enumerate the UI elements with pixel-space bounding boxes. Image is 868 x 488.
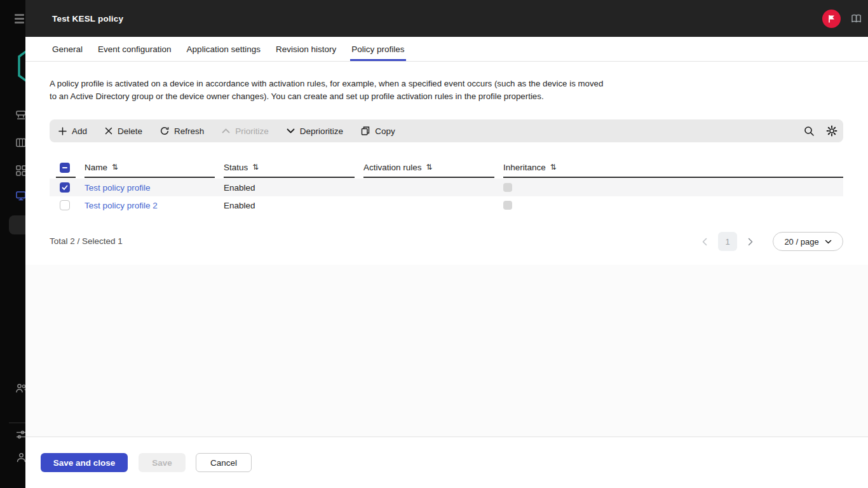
column-header-inheritance[interactable]: Inheritance⇅ — [503, 158, 843, 178]
select-all-cell — [56, 158, 76, 178]
inheritance-checkbox-disabled — [503, 201, 512, 210]
copy-icon — [361, 126, 370, 135]
policy-dialog-content: General Event configuration Application … — [25, 37, 868, 488]
inheritance-checkbox-disabled — [503, 183, 512, 192]
tab-application-settings[interactable]: Application settings — [186, 37, 262, 61]
console-settings-icon[interactable] — [16, 430, 25, 440]
tab-bar: General Event configuration Application … — [25, 37, 868, 62]
devices-monitor-icon[interactable] — [16, 191, 25, 201]
cancel-button[interactable]: Cancel — [196, 453, 252, 472]
chevron-down-icon — [825, 240, 832, 244]
chevron-down-icon — [287, 128, 295, 133]
profile-status: Enabled — [224, 179, 255, 196]
save-button[interactable]: Save — [139, 453, 186, 472]
column-header-name[interactable]: Name⇅ — [85, 158, 215, 178]
assets-icon[interactable] — [16, 110, 25, 121]
tab-event-configuration[interactable]: Event configuration — [97, 37, 173, 61]
sort-icon: ⇅ — [550, 163, 557, 172]
help-book-icon[interactable] — [851, 0, 862, 37]
page-number[interactable]: 1 — [718, 232, 737, 251]
content-gray-zone — [25, 265, 868, 437]
policy-profiles-description: A policy profile is activated on a devic… — [50, 78, 611, 103]
account-icon[interactable] — [16, 452, 25, 463]
dialog-action-bar: Save and close Save Cancel — [25, 437, 868, 488]
apps-grid-icon[interactable] — [16, 165, 25, 176]
page-size-dropdown[interactable]: 20 / page — [773, 232, 843, 251]
gear-icon[interactable] — [826, 119, 837, 142]
app-root: Test KESL policy General — [0, 0, 868, 488]
profile-name-link[interactable]: Test policy profile 2 — [85, 196, 158, 214]
window-title: Test KESL policy — [52, 0, 123, 37]
check-icon — [62, 185, 68, 191]
rail-active-item[interactable] — [9, 215, 25, 234]
window-titlebar: Test KESL policy — [25, 0, 868, 37]
chevron-up-icon — [222, 128, 230, 133]
search-icon[interactable] — [804, 119, 815, 142]
delete-button[interactable]: Delete — [96, 119, 151, 142]
row-checkbox-unchecked[interactable] — [60, 200, 70, 210]
plus-icon — [58, 127, 67, 135]
refresh-icon — [160, 126, 169, 135]
profile-status: Enabled — [224, 196, 255, 214]
rail-divider — [9, 423, 25, 423]
kaspersky-logo-icon — [17, 46, 25, 86]
table-row: Test policy profile 2 Enabled — [50, 196, 843, 214]
sort-icon: ⇅ — [426, 163, 433, 172]
row-checkbox-checked[interactable] — [60, 182, 70, 193]
table-header: Name⇅ Status⇅ Activation rules⇅ Inherita… — [25, 158, 868, 178]
table-row: Test policy profile Enabled — [50, 179, 843, 196]
save-and-close-button[interactable]: Save and close — [41, 453, 128, 472]
copy-button[interactable]: Copy — [352, 119, 404, 142]
add-button[interactable]: Add — [50, 119, 96, 142]
sort-icon: ⇅ — [252, 163, 259, 172]
refresh-button[interactable]: Refresh — [151, 119, 213, 142]
table-toolbar: Add Delete Refresh Prioritize Deprioriti… — [50, 119, 843, 142]
x-icon — [105, 127, 112, 135]
column-header-activation-rules[interactable]: Activation rules⇅ — [363, 158, 494, 178]
select-all-checkbox[interactable] — [60, 163, 70, 173]
tab-policy-profiles[interactable]: Policy profiles — [350, 37, 405, 61]
marketplace-book-icon[interactable] — [16, 138, 25, 148]
feedback-flag-button[interactable] — [822, 0, 841, 37]
page-next-icon[interactable] — [741, 232, 760, 251]
indeterminate-icon — [62, 167, 67, 168]
column-header-status[interactable]: Status⇅ — [224, 158, 355, 178]
selection-summary: Total 2 / Selected 1 — [50, 236, 123, 246]
left-nav-rail — [0, 0, 25, 488]
deprioritize-button[interactable]: Deprioritize — [278, 119, 352, 142]
prioritize-button[interactable]: Prioritize — [213, 119, 278, 142]
profile-name-link[interactable]: Test policy profile — [85, 179, 151, 196]
page-prev-icon[interactable] — [695, 232, 714, 251]
tab-revision-history[interactable]: Revision history — [275, 37, 337, 61]
flag-icon — [822, 10, 841, 28]
menu-icon[interactable] — [15, 14, 24, 25]
users-icon[interactable] — [16, 383, 25, 394]
sort-icon: ⇅ — [112, 163, 118, 172]
tab-general[interactable]: General — [51, 37, 84, 61]
